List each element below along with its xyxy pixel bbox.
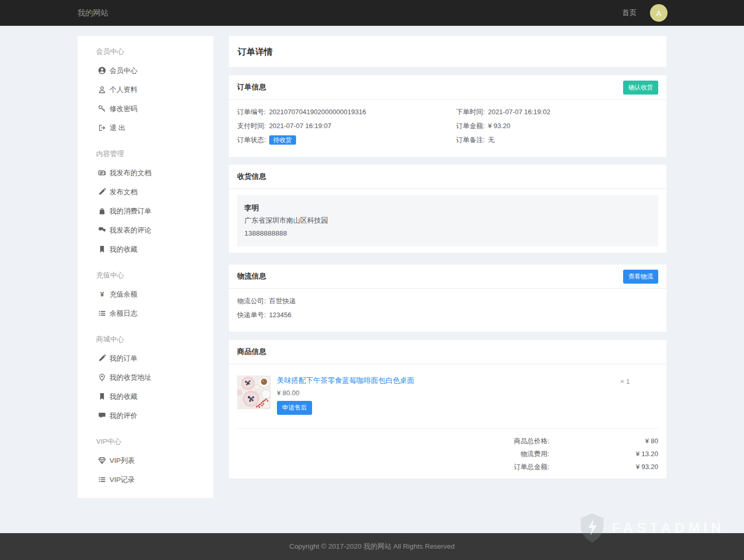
page-title-card: 订单详情 [229,36,667,67]
user-avatar[interactable]: A [650,4,668,22]
sidebar-item-label: 我发布的文档 [110,168,151,178]
order-amount-row: 订单金额: ¥ 93.20 [456,119,658,133]
sidebar-item-my-favorites-mall[interactable]: 我的收藏 [78,387,213,406]
apply-aftersale-button[interactable]: 申请售后 [277,401,312,415]
sidebar-item-label: 我的评价 [110,411,137,421]
logistics-company-row: 物流公司: 百世快递 [237,294,658,308]
sidebar-item-balance-log[interactable]: 余额日志 [78,304,213,323]
pay-time-value: 2021-07-07 16:19:07 [269,119,332,133]
sidebar-item-my-documents[interactable]: 我发布的文档 [78,163,213,182]
sidebar-item-change-password[interactable]: 修改密码 [78,99,213,118]
sidebar-section-member: 会员中心 [78,42,213,61]
yen-icon: ¥ [98,290,106,298]
sidebar-item-label: 我的收藏 [110,245,137,254]
goods-total-label: 商品总价格: [514,434,549,447]
sidebar-item-member-center[interactable]: 会员中心 [78,61,213,80]
product-info-card: 商品信息 [229,340,667,478]
page-title: 订单详情 [238,46,273,58]
list-icon [98,309,106,317]
sidebar-section-mall: 商城中心 [78,330,213,349]
sidebar-item-profile[interactable]: 个人资料 [78,80,213,99]
sidebar-item-label: 我的消费订单 [110,207,151,216]
sidebar-section-recharge: 充值中心 [78,266,213,285]
logistics-info-body: 物流公司: 百世快递 快递单号: 123456 [229,289,667,322]
grand-total-value: ¥ 93.20 [549,460,658,473]
product-details: 美味搭配下午茶零食蓝莓咖啡面包白色桌面 ¥ 80.00 申请售后 [277,376,621,415]
order-number-row: 订单编号: 20210707041902000000019316 [237,105,456,119]
product-info-header: 商品信息 [229,340,667,364]
user-circle-icon [98,67,106,74]
goods-total-row: 商品总价格: ¥ 80 [237,434,658,447]
pencil-icon [98,354,106,362]
sidebar-item-publish-document[interactable]: 发布文档 [78,182,213,201]
product-image[interactable] [237,376,271,409]
shipping-fee-label: 物流费用: [520,447,549,460]
status-badge: 待收货 [269,135,296,145]
sidebar-item-label: 我的收货地址 [110,373,151,382]
goods-total-value: ¥ 80 [549,434,658,447]
shipping-info-title: 收货信息 [237,172,266,181]
sidebar-item-label: 我的订单 [110,354,137,363]
view-logistics-button[interactable]: 查看物流 [623,270,658,284]
sidebar-item-label: 修改密码 [110,104,137,114]
order-number-label: 订单编号: [237,105,266,119]
product-price: ¥ 80.00 [277,389,621,397]
sidebar-item-logout[interactable]: 退 出 [78,118,213,137]
sidebar-item-consume-orders[interactable]: 我的消费订单 [78,201,213,221]
grand-total-label: 订单总金额: [514,460,549,473]
logistics-info-header: 物流信息 查看物流 [229,265,667,289]
create-time-label: 下单时间: [456,105,485,119]
grand-total-row: 订单总金额: ¥ 93.20 [237,460,658,473]
top-navbar: 我的网站 首页 A [0,0,744,26]
sidebar-item-my-favorites-content[interactable]: 我的收藏 [78,240,213,259]
order-amount-label: 订单金额: [456,119,485,133]
tracking-number-value: 123456 [269,308,291,322]
order-status-row: 订单状态: 待收货 [237,133,456,147]
sidebar-item-my-comments-posted[interactable]: 我发表的评论 [78,221,213,240]
order-info-body: 订单编号: 20210707041902000000019316 支付时间: 2… [229,100,667,147]
sidebar-item-label: VIP列表 [110,456,135,465]
sign-out-icon [98,124,106,132]
product-name-link[interactable]: 美味搭配下午茶零食蓝莓咖啡面包白色桌面 [277,376,621,385]
list-icon [98,476,106,484]
gem-icon [98,457,106,464]
sidebar-item-label: VIP记录 [110,475,135,485]
sidebar-item-label: 充值余额 [110,290,137,299]
user-icon [98,86,106,94]
create-time-row: 下单时间: 2021-07-07 16:19:02 [456,105,658,119]
sidebar-item-shipping-address[interactable]: 我的收货地址 [78,368,213,387]
order-number-value: 20210707041902000000019316 [269,105,366,119]
sidebar-item-my-reviews[interactable]: 我的评价 [78,406,213,425]
product-quantity: × 1 [621,378,630,415]
pay-time-row: 支付时间: 2021-07-07 16:19:07 [237,119,456,133]
fastadmin-watermark: FASTADMIN [580,514,725,542]
sidebar-item-my-orders[interactable]: 我的订单 [78,349,213,368]
order-remark-row: 订单备注: 无 [456,133,658,147]
sidebar-item-recharge-balance[interactable]: ¥ 充值余额 [78,285,213,304]
logistics-company-label: 物流公司: [237,294,266,308]
map-marker-icon [98,374,106,381]
shipping-address-box: 李明 广东省深圳市南山区科技园 13888888888 [237,195,658,246]
order-info-card: 订单信息 确认收货 订单编号: 202107070419020000000193… [229,75,667,157]
order-info-title: 订单信息 [237,83,266,92]
shipping-info-header: 收货信息 [229,165,667,189]
tracking-number-label: 快递单号: [237,308,266,322]
logistics-info-title: 物流信息 [237,272,266,281]
comment-icon [98,412,106,419]
sidebar-item-label: 我的收藏 [110,392,137,401]
order-remark-label: 订单备注: [456,133,485,147]
tracking-number-row: 快递单号: 123456 [237,308,658,322]
site-brand[interactable]: 我的网站 [78,8,109,18]
sidebar-item-label: 余额日志 [110,309,137,318]
confirm-receipt-button[interactable]: 确认收货 [623,81,658,95]
bookmark-icon [98,393,106,400]
sidebar-item-vip-list[interactable]: VIP列表 [78,451,213,470]
pencil-icon [98,188,106,196]
sidebar-section-content: 内容管理 [78,144,213,163]
shipping-fee-value: ¥ 13.20 [549,447,658,460]
pay-time-label: 支付时间: [237,119,266,133]
order-remark-value: 无 [488,133,494,147]
sidebar-item-vip-records[interactable]: VIP记录 [78,470,213,489]
order-amount-value: ¥ 93.20 [488,119,510,133]
nav-home-link[interactable]: 首页 [622,8,637,18]
